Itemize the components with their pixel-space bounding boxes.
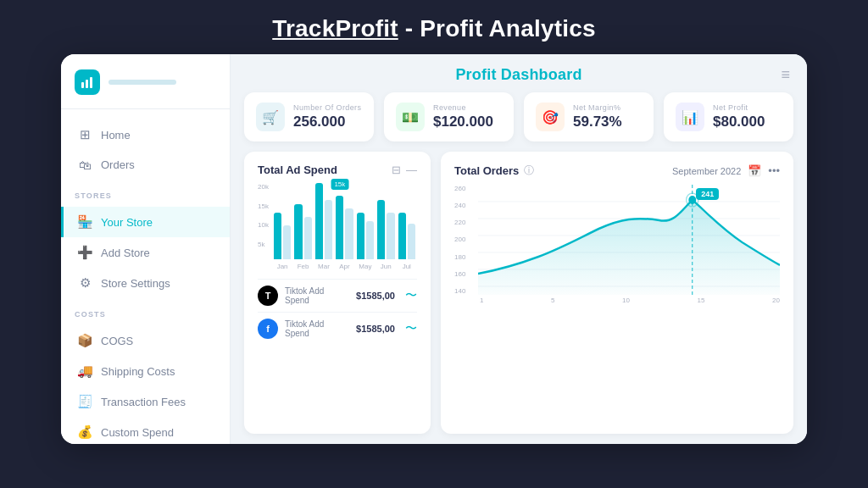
orders-chart-title: Total Orders [454,164,519,177]
bar-group-jun [377,200,394,259]
bar-primary-feb[interactable] [294,204,302,259]
sidebar-store-settings-label: Store Settings [101,277,170,290]
sidebar-item-orders[interactable]: 🛍 Orders [61,150,230,180]
bar-secondary-jul [408,224,415,259]
ad-spend-item-tiktok: T Tiktok Add Spend $1585,00 〜 [258,279,417,312]
ad-spend-item-facebook: f Tiktok Add Spend $1585,00 〜 [258,312,417,345]
line-chart-svg [478,185,780,295]
cogs-icon: 📦 [77,333,92,348]
logo-bar [108,80,176,85]
main-header: Profit Dashboard ≡ [231,54,807,92]
sidebar-item-home[interactable]: ⊞ Home [61,119,230,150]
sidebar-item-your-store[interactable]: 🏪 Your Store [61,207,230,237]
bar-secondary-may [366,221,374,259]
stat-value-margin: 59.73% [573,114,622,130]
line-chart-header: Total Orders ⓘ September 2022 📅 ••• [454,164,780,178]
add-store-icon: ➕ [77,245,92,260]
home-icon: ⊞ [77,127,92,142]
facebook-label: Tiktok Add Spend [285,319,349,338]
stat-card-profit: 📊 Net Profit $80.000 [664,92,793,141]
ad-spend-chart-card: Total Ad Spend ⊟ — 20k 15k 10k 5k [244,152,431,434]
line-chart-right: September 2022 📅 ••• [672,164,780,177]
stat-info-profit: Net Profit $80.000 [713,103,765,130]
bar-x-label-jan: Jan [274,263,291,270]
orders-chart-card: Total Orders ⓘ September 2022 📅 ••• 260 … [441,152,793,434]
bar-secondary-apr [345,208,353,259]
bar-x-label-jun: Jun [377,263,394,270]
sidebar-item-shipping-costs[interactable]: 🚚 Shipping Costs [61,356,230,386]
tiktok-trend: 〜 [405,288,417,303]
bar-primary-jul[interactable] [398,213,406,259]
sidebar-item-cogs[interactable]: 📦 COGS [61,325,230,356]
bar-x-label-may: May [357,263,374,270]
bar-group-may [357,213,374,259]
bar-group-jul [398,213,415,259]
sidebar-nav-main: ⊞ Home 🛍 Orders [61,116,230,183]
bar-primary-may[interactable] [357,213,364,259]
bar-primary-mar[interactable] [315,183,323,259]
svg-rect-0 [81,82,84,88]
menu-icon[interactable]: ≡ [781,66,790,84]
line-chart-x-labels: 1 5 10 15 20 [454,297,780,304]
calendar-icon[interactable]: 📅 [748,164,761,177]
sidebar-add-store-label: Add Store [101,247,150,259]
page-title: TrackProfit - Profit Analytics [272,15,596,42]
bar-secondary-feb [304,217,312,259]
tiktok-label: Tiktok Add Spend [285,286,349,305]
sidebar-nav-stores: 🏪 Your Store ➕ Add Store ⚙ Store Setting… [61,203,230,302]
line-chart-area: 260 240 220 200 180 160 140 [454,185,780,295]
bar-primary-jan[interactable] [274,213,281,259]
facebook-trend: 〜 [405,321,417,336]
sidebar-item-store-settings[interactable]: ⚙ Store Settings [61,268,230,298]
bar-primary-jun[interactable] [377,200,385,259]
line-chart-menu-icon[interactable]: ••• [768,164,780,177]
ad-spend-chart-header: Total Ad Spend ⊟ — [258,164,417,176]
sidebar-cogs-label: COGS [101,335,133,347]
stat-value-revenue: $120.000 [433,114,493,130]
bar-primary-apr[interactable]: 15k [336,196,343,259]
costs-section-label: COSTS [61,302,230,322]
ad-spend-chart-actions: ⊟ — [392,164,417,176]
bar-chart-area: 15k [272,183,417,259]
brand-name: TrackProfit [272,15,398,42]
sidebar-custom-spend-label: Custom Spend [101,426,174,439]
charts-row: Total Ad Spend ⊟ — 20k 15k 10k 5k [231,152,807,444]
svg-rect-2 [90,77,92,88]
orders-icon: 🛍 [77,158,92,172]
main-content: Profit Dashboard ≡ 🛒 Number Of Orders 25… [231,54,807,444]
bar-x-label-mar: Mar [315,263,332,270]
stat-info-orders: Number Of Orders 256.000 [293,103,361,130]
dashboard-wrapper: ⊞ Home 🛍 Orders STORES 🏪 Your Store ➕ Ad… [61,54,807,444]
bar-group-jan [274,213,291,259]
bar-x-label-feb: Feb [294,263,311,270]
bar-y-labels: 20k 15k 10k 5k [258,183,272,259]
stores-section-label: STORES [61,183,230,203]
tiktok-value: $1585,00 [356,291,395,301]
facebook-value: $1585,00 [356,324,395,334]
stat-card-margin: 🎯 Net Margin% 59.73% [524,92,654,141]
orders-chart-info: ⓘ [524,164,534,178]
your-store-icon: 🏪 [77,214,92,230]
ad-spend-chart-icon1[interactable]: ⊟ [392,164,401,176]
stat-card-revenue: 💵 Revenue $120.000 [384,92,514,141]
line-chart-y-labels: 260 240 220 200 180 160 140 [454,185,478,295]
sidebar-item-add-store[interactable]: ➕ Add Store [61,237,230,268]
facebook-icon: f [258,319,278,339]
stat-label-revenue: Revenue [433,103,493,112]
sidebar-item-transaction-fees[interactable]: 🧾 Transaction Fees [61,386,230,417]
sidebar-orders-label: Orders [101,158,135,171]
stat-info-revenue: Revenue $120.000 [433,103,493,130]
stat-card-orders: 🛒 Number Of Orders 256.000 [244,92,374,141]
sidebar-shipping-label: Shipping Costs [101,365,175,378]
page-title-rest: - Profit Analytics [398,15,596,42]
sidebar-transaction-fees-label: Transaction Fees [101,396,186,408]
ad-spend-chart-icon2[interactable]: — [406,164,417,176]
bar-chart-inner: 20k 15k 10k 5k 15k JanFebMarAprMayJunJul [258,183,417,270]
line-chart-tooltip: 241 [696,188,719,200]
sidebar-item-custom-spend[interactable]: 💰 Custom Spend [61,417,230,444]
bar-chart-content: 15k JanFebMarAprMayJunJul [272,183,417,270]
sidebar-your-store-label: Your Store [101,216,153,229]
sidebar: ⊞ Home 🛍 Orders STORES 🏪 Your Store ➕ Ad… [61,54,231,444]
store-settings-icon: ⚙ [77,275,92,291]
line-chart-left: Total Orders ⓘ [454,164,534,178]
